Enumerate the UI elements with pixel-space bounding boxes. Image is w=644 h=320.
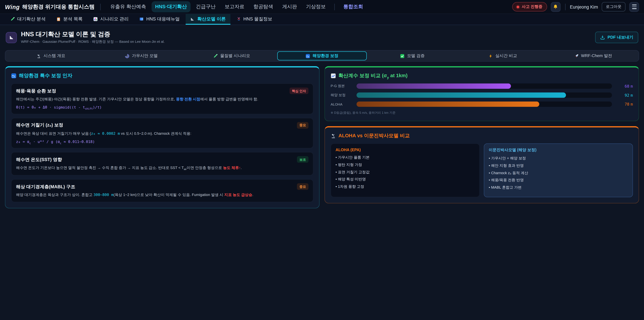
card-description: 해수면 온도가 기온보다 높으면 열적 불안정 촉진 → 수직 혼합 증가 → …: [16, 165, 308, 171]
app-logo[interactable]: Wing 해양환경 위기대응 통합시스템: [5, 3, 94, 11]
list-item: 가우시안 플룸 기본: [336, 155, 475, 160]
cyclone-icon: [125, 54, 130, 58]
importance-badge: 중요: [297, 183, 308, 190]
list-item: 1차원 풍향 고정: [336, 184, 475, 189]
page-title: HNS 대기확산 모델 이론 및 검증: [21, 30, 165, 38]
nav-item-integrated-search[interactable]: 통합조회: [340, 1, 367, 12]
nav-item-hns-dispersion[interactable]: HNS·대기확산: [152, 1, 190, 12]
list-item: MABL 혼합고 가변: [489, 185, 628, 190]
bar-track: [356, 93, 612, 98]
pdf-export-button[interactable]: PDF 내보내기: [595, 32, 638, 43]
triangle-ruler-icon: [190, 17, 195, 21]
logout-button[interactable]: 로그아웃: [602, 2, 626, 12]
section-tab-wrf-chem-advancement[interactable]: WRF-Chem 발전: [548, 51, 638, 60]
list-item: 평탄 지형 가정: [336, 162, 475, 167]
nav-item-emergency-rescue[interactable]: 긴급구난: [192, 1, 219, 12]
model-comparison-grid: ALOHA (EPA) 가우시안 플룸 기본 평탄 지형 가정 표면 거칠기 고…: [330, 144, 633, 197]
card-title: 해풍·육풍 순환 보정: [16, 88, 56, 94]
section-tab-marine-correction[interactable]: 해양환경 보정: [277, 51, 367, 60]
tab-dispersion-model-theory[interactable]: 확산모델 이론: [186, 14, 230, 25]
pencil-icon: [213, 54, 218, 58]
section-tab-gaussian-model[interactable]: 가우시안 모델: [96, 51, 186, 60]
importance-badge: 보조: [297, 156, 308, 163]
incident-status-badge[interactable]: 사고 진행중: [512, 2, 547, 12]
section-tab-system-overview[interactable]: 시스템 개요: [6, 51, 96, 60]
bar-value: 78m: [616, 102, 633, 107]
tab-hns-manual[interactable]: HNS 대응매뉴얼: [135, 14, 184, 25]
divider: [334, 4, 335, 10]
tab-analysis-list[interactable]: 분석 목록: [52, 14, 87, 25]
page-subtitle: WRF-Chem · Gaussian Plume/Puff · ROMS · …: [21, 40, 165, 44]
list-item: 해풍/육풍 전환 반영: [489, 178, 628, 183]
list-item: Charnock z₀ 동적 계산: [489, 170, 628, 176]
bar-row-pg-original: P-G 원본 68m: [330, 84, 633, 89]
chart-up-icon: [330, 73, 336, 79]
card-title: 해상 대기경계층(MABL) 구조: [16, 184, 75, 190]
dna-icon: [236, 17, 241, 21]
hamburger-icon: [632, 5, 636, 9]
topbar-right-cluster: 사고 진행중 Eunjeong Kim 로그아웃: [512, 2, 639, 12]
lee-card-title: 이문진박사모델 (해양 보정): [489, 148, 628, 153]
module-tab-bar: 대기확산 분석 분석 목록 시나리오 관리 HNS 대응매뉴얼 확산모델 이론 …: [0, 14, 644, 25]
nav-item-weather[interactable]: 기상정보: [302, 1, 330, 12]
microscope-icon: [330, 133, 336, 139]
notifications-button[interactable]: [550, 2, 560, 12]
correction-card-sst-effect: 해수면 온도(SST) 영향 보조 해수면 온도가 기온보다 높으면 열적 불안…: [11, 152, 313, 175]
check-icon: [400, 54, 405, 58]
card-description: 해안에서는 주간(해풍)·야간(육풍) 풍향 전환 발생. 기존 가우시안 모델…: [16, 97, 308, 102]
card-description: 해수면은 육상 대비 표면 거칠기가 매우 낮음 (z₀ ≈ 0.0002 m …: [16, 131, 308, 137]
chart-footnote: ※ D등급(중립), 풍속 5 m/s, 풍하거리 1 km 기준: [330, 111, 633, 115]
card-title: 해수면 온도(SST) 영향: [16, 157, 62, 163]
bar-label: 해양 보정: [330, 93, 353, 98]
logo-mark: Wing: [5, 4, 20, 10]
tab-scenario-management[interactable]: 시나리오 관리: [89, 14, 133, 25]
bar-fill: [356, 93, 566, 98]
lightning-icon: [488, 54, 493, 58]
main-content: 해양환경 특수 보정 인자 해풍·육풍 순환 보정 핵심 인자 해안에서는 주간…: [5, 66, 639, 208]
book-icon: [139, 17, 144, 21]
nav-item-oil-spill[interactable]: 유출유 확산예측: [106, 1, 150, 12]
tab-hns-substance-info[interactable]: HNS 물질정보: [232, 14, 277, 25]
section-tab-model-validation[interactable]: 모델 검증: [368, 51, 457, 60]
aloha-model-card: ALOHA (EPA) 가우시안 플룸 기본 평탄 지형 가정 표면 거칠기 고…: [330, 144, 480, 197]
card-title: 해수면 거칠기 (z₀) 보정: [16, 122, 64, 128]
model-comparison-panel-title: ALOHA vs 이문진박사모델 비교: [330, 133, 633, 140]
wave-icon: [306, 54, 310, 58]
bell-icon: [553, 4, 558, 10]
bar-label: P-G 원본: [330, 84, 353, 89]
nav-item-aerial-search[interactable]: 항공탐색: [250, 1, 277, 12]
nav-item-board[interactable]: 게시판: [278, 1, 300, 12]
correction-card-mabl-structure: 해상 대기경계층(MABL) 구조 중요 해양 대기경계층은 육상과 구조가 상…: [11, 179, 313, 202]
bar-fill: [356, 102, 539, 107]
section-tab-substance-scenarios[interactable]: 물질별 시나리오: [187, 51, 276, 60]
importance-badge: 핵심 인자: [290, 88, 308, 94]
bar-track: [356, 84, 612, 89]
bar-row-aloha: ALOHA 78m: [330, 102, 633, 107]
nav-item-reports[interactable]: 보고자료: [221, 1, 248, 12]
marine-correction-panel: 해양환경 특수 보정 인자 해풍·육풍 순환 보정 핵심 인자 해안에서는 주간…: [5, 66, 320, 208]
top-navigation-bar: Wing 해양환경 위기대응 통합시스템 유출유 확산예측 HNS·대기확산 긴…: [0, 0, 644, 14]
clipboard-icon: [56, 17, 61, 21]
card-description: 해양 대기경계층은 육상과 구조가 상이. 혼합고 300~800 m(육상 1…: [16, 192, 308, 198]
download-tray-icon: [600, 35, 605, 40]
divider: [100, 4, 100, 10]
correction-card-surface-roughness: 해수면 거칠기 (z₀) 보정 중요 해수면은 육상 대비 표면 거칠기가 매우…: [11, 118, 313, 149]
list-item: 해안 지형 효과 반영: [489, 163, 628, 168]
card-formula: θ(t) = θ₀ + Δθ · sigmoid((t - tshift)/τ): [16, 105, 308, 110]
correction-card-sea-land-breeze: 해풍·육풍 순환 보정 핵심 인자 해안에서는 주간(해풍)·야간(육풍) 풍향…: [11, 83, 313, 114]
triangle-ruler-icon: [8, 35, 14, 40]
menu-button[interactable]: [629, 2, 639, 12]
divider: [565, 4, 565, 10]
tab-dispersion-analysis[interactable]: 대기확산 분석: [6, 14, 50, 25]
user-name: Eunjeong Kim: [570, 4, 598, 9]
rocket-icon: [574, 54, 578, 58]
pencil-icon: [10, 17, 15, 21]
wave-icon: [11, 73, 16, 79]
page-header-text: HNS 대기확산 모델 이론 및 검증 WRF-Chem · Gaussian …: [21, 30, 165, 44]
app-root: Wing 해양환경 위기대응 통합시스템 유출유 확산예측 HNS·대기확산 긴…: [0, 0, 644, 320]
bar-value: 68m: [616, 84, 633, 89]
lee-model-card: 이문진박사모델 (해양 보정) 가우시안 + 해양 보정 해안 지형 효과 반영…: [484, 144, 633, 197]
section-tab-realtime-comparison[interactable]: 실시간 비교: [458, 51, 548, 60]
model-comparison-panel: ALOHA vs 이문진박사모델 비교 ALOHA (EPA) 가우시안 플룸 …: [324, 126, 639, 203]
right-column: 확산계수 보정 비교 (σy at 1km) P-G 원본 68m 해양 보정 …: [324, 66, 639, 203]
